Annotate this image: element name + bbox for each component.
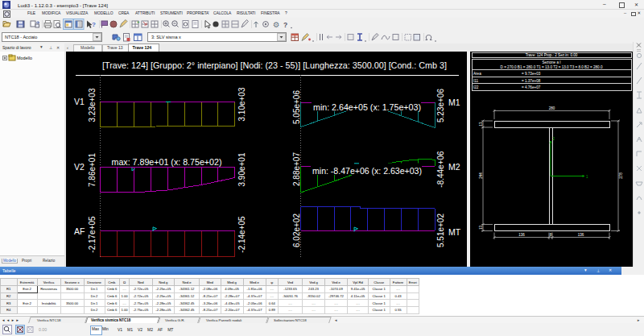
svg-text:[Trave: 124] [Gruppo: 2° int: [Trave: 124] [Gruppo: 2° interpiano] [No…: [102, 61, 447, 70]
svg-text:136: 136: [518, 233, 525, 237]
svg-text:280: 280: [549, 106, 555, 110]
svg-text:13: 13: [479, 226, 483, 230]
svg-text:?: ?: [283, 21, 287, 29]
svg-text:136: 136: [578, 233, 584, 237]
svg-text:I11: I11: [473, 79, 478, 83]
svg-text:5.05e+06: 5.05e+06: [292, 90, 301, 124]
svg-text:?: ?: [92, 21, 96, 28]
svg-text:max: 7.89e+01 (x: 8.75e+02): max: 7.89e+01 (x: 8.75e+02): [112, 158, 222, 167]
svg-text:min: 2.64e+05 (x: 1.75e+03): min: 2.64e+05 (x: 1.75e+03): [313, 103, 421, 112]
svg-text:-8.44e+06: -8.44e+06: [436, 151, 445, 188]
svg-text:Area: Area: [473, 72, 481, 76]
svg-text:2.88e+07: 2.88e+07: [292, 152, 301, 186]
svg-text:13: 13: [479, 122, 483, 127]
svg-text:= 4.76e+07: = 4.76e+07: [522, 85, 541, 89]
svg-text:M1: M1: [448, 97, 460, 107]
svg-text:AF: AF: [74, 226, 85, 236]
svg-text:1: 1: [586, 175, 588, 179]
svg-text:8: 8: [550, 233, 552, 237]
svg-text:min: -8.47e+06 (x: 2.63e+03): min: -8.47e+06 (x: 2.63e+03): [312, 167, 422, 176]
svg-text:Trave: 124 Prop.: 2 Sez.in:: Trave: 124 Prop.: 2 Sez.in: 0.00: [526, 53, 578, 57]
svg-text:D = 270.0 B1 = 280.0 T1 = 13: D = 270.0 B1 = 280.0 T1 = 13.0 T2 = 13.0…: [501, 65, 603, 69]
svg-text:-2.14e+05: -2.14e+05: [237, 216, 246, 253]
svg-text:Sezione a I: Sezione a I: [543, 60, 561, 64]
svg-text:2: 2: [553, 137, 555, 141]
svg-text:5.23e+06: 5.23e+06: [436, 89, 445, 122]
svg-text:= 9.73e+03: = 9.73e+03: [522, 72, 541, 76]
svg-text:278: 278: [619, 172, 623, 179]
svg-text:NTC18 - Acciaio: NTC18 - Acciaio: [5, 35, 37, 39]
svg-text:+: +: [137, 19, 140, 24]
svg-text:7.86e+01: 7.86e+01: [88, 153, 97, 187]
svg-text:I22: I22: [473, 85, 479, 89]
svg-text:MT: MT: [448, 227, 461, 237]
svg-text:⚙: ⚙: [273, 20, 280, 29]
svg-text:5.51e+02: 5.51e+02: [436, 214, 445, 247]
svg-text:V2: V2: [74, 162, 85, 172]
svg-text:6.02e+02: 6.02e+02: [292, 214, 301, 247]
svg-text:= 1.37e+08: = 1.37e+08: [522, 79, 541, 83]
svg-text:3: SLV sisma x: 3: SLV sisma x: [151, 35, 181, 39]
svg-text:3.23e+03: 3.23e+03: [88, 88, 97, 122]
svg-text:M2: M2: [448, 162, 460, 172]
svg-text:3.90e+01: 3.90e+01: [237, 152, 246, 186]
svg-text:V1: V1: [74, 97, 85, 106]
svg-text:3.10e+03: 3.10e+03: [237, 87, 246, 121]
svg-text:244: 244: [479, 172, 483, 179]
svg-text:-2.17e+05: -2.17e+05: [88, 216, 97, 253]
